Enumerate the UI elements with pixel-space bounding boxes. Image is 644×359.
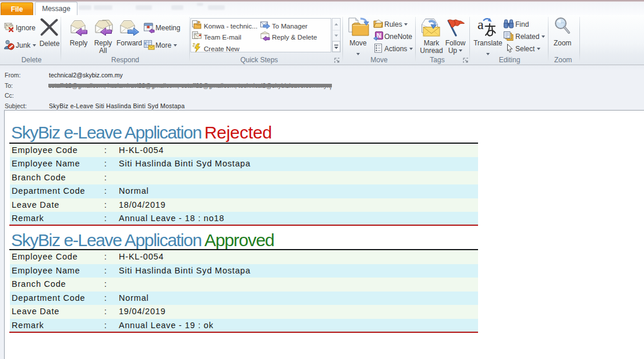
svg-text:a: a: [477, 17, 484, 32]
